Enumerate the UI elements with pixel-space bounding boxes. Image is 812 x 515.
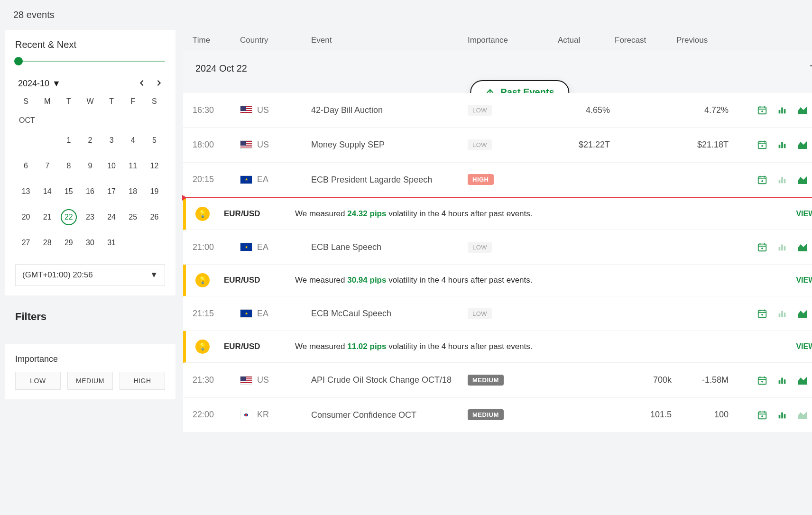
chevron-left-icon	[138, 80, 145, 86]
calendar-day[interactable]: 1	[58, 128, 79, 153]
importance-filter-high[interactable]: HIGH	[120, 372, 165, 390]
bar-chart-icon[interactable]	[777, 105, 787, 115]
calendar-day[interactable]: 13	[15, 179, 37, 204]
view-levels-link[interactable]: VIEW LEVELS	[757, 210, 812, 218]
area-chart-icon[interactable]	[797, 175, 808, 185]
calendar-day[interactable]: 15	[58, 179, 79, 204]
calendar-day[interactable]: 29	[58, 230, 79, 256]
event-row[interactable]: 16:30US42-Day Bill AuctionLOW4.65%4.72%	[183, 93, 812, 128]
area-chart-icon[interactable]	[797, 242, 808, 252]
calendar-day[interactable]: 19	[144, 179, 165, 204]
svg-rect-36	[779, 380, 781, 384]
event-country: US	[240, 140, 306, 150]
calendar-day[interactable]: 31	[101, 230, 122, 256]
event-row[interactable]: 21:30USAPI Crude Oil Stock Change OCT/18…	[183, 363, 812, 397]
svg-rect-29	[779, 313, 781, 317]
add-calendar-icon[interactable]	[757, 410, 767, 420]
event-row[interactable]: 21:15EAECB McCaul SpeechLOW	[183, 296, 812, 331]
calendar-day[interactable]: 17	[101, 179, 122, 204]
importance-filter-low[interactable]: LOW	[15, 372, 61, 390]
bar-chart-icon[interactable]	[777, 308, 787, 319]
add-calendar-icon[interactable]	[757, 139, 767, 150]
calendar-dow-cell: S	[144, 97, 165, 106]
timezone-selector[interactable]: (GMT+01:00) 20:56 ▼	[15, 264, 165, 286]
country-code: EA	[257, 309, 268, 319]
next-month-button[interactable]	[156, 79, 162, 89]
timeline-slider-handle[interactable]	[14, 57, 23, 65]
sidebar: Recent & Next 2024-10 ▼ SMTWT	[5, 30, 175, 399]
timeline-slider[interactable]	[15, 61, 165, 62]
calendar-day[interactable]: 28	[37, 230, 58, 256]
calendar-dow-cell: T	[101, 97, 122, 106]
calendar-day[interactable]: 25	[122, 204, 144, 230]
area-chart-icon[interactable]	[797, 105, 808, 115]
calendar-day[interactable]: 14	[37, 179, 58, 204]
calendar-day[interactable]: 16	[79, 179, 101, 204]
calendar-day[interactable]: 7	[37, 153, 58, 179]
importance-badge: HIGH	[468, 174, 494, 185]
calendar-day[interactable]: 18	[122, 179, 144, 204]
area-chart-icon[interactable]	[797, 375, 808, 386]
calendar-day[interactable]: 12	[144, 153, 165, 179]
svg-rect-31	[784, 313, 786, 317]
month-selector[interactable]: 2024-10 ▼	[18, 79, 61, 89]
calendar-day[interactable]: 8	[58, 153, 79, 179]
calendar-day[interactable]: 26	[144, 204, 165, 230]
bar-chart-icon[interactable]	[777, 139, 787, 150]
add-calendar-icon[interactable]	[757, 308, 767, 319]
area-chart-icon[interactable]	[797, 410, 808, 420]
importance-filter-medium[interactable]: MEDIUM	[67, 372, 113, 390]
calendar-day[interactable]: 23	[79, 204, 101, 230]
prev-month-button[interactable]	[138, 79, 145, 89]
event-country: EA	[240, 242, 306, 252]
insight-text: We measured 24.32 pips volatility in the…	[295, 209, 752, 219]
add-calendar-icon[interactable]	[757, 375, 767, 386]
bar-chart-icon[interactable]	[777, 242, 787, 252]
calendar-day[interactable]: 5	[144, 128, 165, 153]
event-row[interactable]: 22:00KRConsumer Confidence OCTMEDIUM101.…	[183, 398, 812, 432]
table-header-row: TimeCountryEventImportanceActualForecast…	[183, 30, 812, 51]
calendar-day[interactable]: 9	[79, 153, 101, 179]
calendar-day[interactable]: 2	[79, 128, 101, 153]
flag-icon	[240, 309, 252, 318]
view-levels-link[interactable]: VIEW LEVELS	[757, 342, 812, 351]
caret-down-icon: ▼	[52, 79, 61, 89]
calendar-day[interactable]: 4	[122, 128, 144, 153]
event-row[interactable]: 20:15EAECB President Lagarde SpeechHIGH	[183, 163, 812, 197]
bar-chart-icon[interactable]	[777, 175, 787, 185]
calendar-day	[144, 230, 165, 256]
calendar-month-short: OCT	[15, 113, 165, 128]
add-calendar-icon[interactable]	[757, 105, 767, 115]
event-row[interactable]: 18:00USMoney Supply SEPLOW$21.22T$21.18T	[183, 128, 812, 162]
add-calendar-icon[interactable]	[757, 242, 767, 252]
insight-text: We measured 30.94 pips volatility in the…	[295, 276, 752, 285]
view-levels-link[interactable]: VIEW LEVELS	[757, 276, 812, 285]
calendar-day[interactable]: 27	[15, 230, 37, 256]
event-country: US	[240, 375, 306, 385]
event-country: EA	[240, 309, 306, 319]
area-chart-icon[interactable]	[797, 308, 808, 319]
add-calendar-icon[interactable]	[757, 175, 767, 185]
calendar-day[interactable]: 6	[15, 153, 37, 179]
flag-icon	[240, 140, 252, 149]
column-header: Country	[240, 36, 306, 45]
calendar-day[interactable]: 30	[79, 230, 101, 256]
calendar-day[interactable]: 10	[101, 153, 122, 179]
calendar-day[interactable]: 21	[37, 204, 58, 230]
importance-badge: MEDIUM	[468, 409, 504, 420]
svg-rect-3	[784, 109, 786, 113]
calendar-day[interactable]: 22	[58, 204, 79, 230]
calendar-day[interactable]: 20	[15, 204, 37, 230]
column-header: Forecast	[615, 36, 672, 45]
calendar-day[interactable]: 3	[101, 128, 122, 153]
calendar-grid: 1234567891011121314151617181920212223242…	[15, 128, 165, 256]
event-time: 20:15	[193, 175, 235, 184]
event-row[interactable]: 21:00EAECB Lane SpeechLOW	[183, 230, 812, 265]
calendar-day[interactable]: 24	[101, 204, 122, 230]
area-chart-icon[interactable]	[797, 139, 808, 150]
bar-chart-icon[interactable]	[777, 410, 787, 420]
bar-chart-icon[interactable]	[777, 375, 787, 386]
svg-rect-30	[781, 311, 783, 317]
svg-rect-44	[781, 412, 783, 418]
calendar-day[interactable]: 11	[122, 153, 144, 179]
